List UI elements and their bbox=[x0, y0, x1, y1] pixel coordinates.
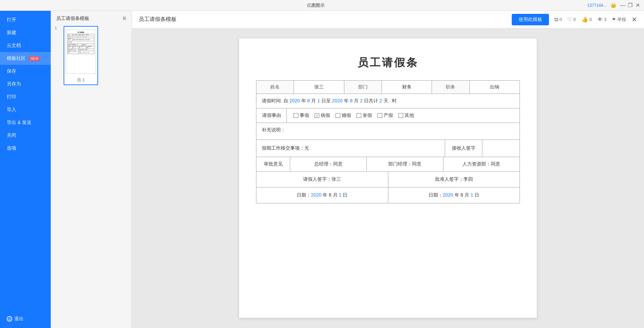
reason-option-sangjia: 丧假 bbox=[356, 112, 372, 119]
copy-count: 0 bbox=[559, 17, 562, 22]
leave-start-month: 8 bbox=[307, 98, 310, 103]
template-title: 员工请假条模板 bbox=[139, 16, 177, 23]
date-left-year: 2020 bbox=[311, 192, 321, 198]
window-buttons: — ❐ ✕ bbox=[620, 3, 640, 8]
close-panel-button[interactable]: ✕ bbox=[631, 16, 637, 23]
thumb-icon: 👍 bbox=[581, 16, 588, 23]
signature-section: 请假人签字：张三 批准人签字：李四 bbox=[256, 172, 520, 187]
eye-stat[interactable]: 👁 3 bbox=[597, 17, 606, 23]
title-bar: 亿图图示 1377144... 👑 — ❐ ✕ bbox=[0, 0, 644, 11]
exit-label: 退出 bbox=[14, 316, 24, 322]
eye-count: 3 bbox=[604, 17, 606, 22]
shijia-checkbox[interactable] bbox=[294, 113, 298, 118]
leave-end-year: 2020 bbox=[332, 98, 343, 103]
save-label: 保存 bbox=[7, 68, 16, 74]
qita-label: 其他 bbox=[405, 112, 414, 119]
vip-icon: 👑 bbox=[611, 3, 616, 8]
approval-ceo: 总经理：同意 bbox=[290, 157, 367, 171]
content-area: 员工请假条模板 使用此模板 ⧉ 0 ♡ 0 👍 0 👁 3 bbox=[132, 11, 644, 328]
handover-receiver-label: 接收人签字 bbox=[445, 140, 482, 157]
heart-icon: ♡ bbox=[567, 16, 572, 23]
date-right-year: 2020 bbox=[443, 192, 453, 198]
leave-end-day: 2 bbox=[360, 98, 363, 103]
close-label: 关闭 bbox=[7, 132, 16, 138]
thumb-stat[interactable]: 👍 0 bbox=[581, 16, 592, 23]
open-label: 打开 bbox=[7, 17, 16, 23]
date-right-day: 1 bbox=[470, 192, 473, 198]
hunjia-checkbox[interactable] bbox=[336, 113, 340, 118]
heart-count: 0 bbox=[573, 17, 576, 22]
maximize-button[interactable]: ❐ bbox=[628, 3, 632, 8]
sidebar-item-open[interactable]: 打开 bbox=[0, 14, 51, 26]
applicant-sig: 请假人签字：张三 bbox=[256, 172, 388, 187]
qita-checkbox[interactable] bbox=[398, 113, 403, 118]
window-close-button[interactable]: ✕ bbox=[635, 3, 640, 8]
use-template-button[interactable]: 使用此模板 bbox=[512, 14, 549, 25]
handover-right: 接收人签字 bbox=[445, 140, 520, 157]
import-label: 导入 bbox=[7, 107, 16, 113]
heart-stat[interactable]: ♡ 0 bbox=[567, 16, 576, 23]
chanjia-checkbox[interactable] bbox=[377, 113, 382, 118]
bingjia-checkbox[interactable]: ✓ bbox=[315, 113, 319, 118]
panel-menu-icon[interactable]: ≡ bbox=[122, 15, 126, 22]
reason-option-qita: 其他 bbox=[398, 112, 414, 119]
page-number-label: 1 bbox=[55, 26, 60, 30]
name-label: 姓名 bbox=[256, 81, 294, 94]
approval-section: 审批意见 总经理：同意 部门经理：同意 人力资源部：同意 bbox=[256, 157, 520, 172]
position-label: 职务 bbox=[432, 81, 469, 94]
sangjia-label: 丧假 bbox=[363, 112, 372, 119]
cloud-label: 云文档 bbox=[7, 43, 21, 49]
sidebar-item-new[interactable]: 新建 bbox=[0, 26, 51, 39]
sidebar-item-cloud[interactable]: 云文档 bbox=[0, 39, 51, 52]
panel-header: 员工请假条模板 ≡ bbox=[53, 15, 129, 26]
dept-value: 财务 bbox=[382, 81, 432, 94]
sidebar: 打开 新建 云文档 模板社区 NEW 保存 另存为 打印 导入 导出 & 发送 … bbox=[0, 11, 51, 328]
sidebar-item-export[interactable]: 导出 & 发送 bbox=[0, 116, 51, 129]
sidebar-item-template[interactable]: 模板社区 NEW bbox=[0, 52, 51, 65]
copy-icon: ⧉ bbox=[554, 17, 558, 23]
exit-item[interactable]: ⊖ 退出 bbox=[0, 312, 51, 325]
date-left: 日期：2020 年 8 月 1 日 bbox=[256, 187, 388, 203]
leave-time-row: 请假时间: 自 2020 年 8 月 1 日至 2020 年 8 月 2 日共计… bbox=[256, 94, 520, 108]
doc-main-title: 员工请假条 bbox=[256, 55, 520, 70]
bingjia-label: 病假 bbox=[321, 112, 330, 119]
exit-icon: ⊖ bbox=[7, 316, 12, 322]
eye-icon: 👁 bbox=[597, 17, 603, 23]
toolbar-right: 使用此模板 ⧉ 0 ♡ 0 👍 0 👁 3 ⚑ bbox=[512, 14, 637, 25]
note-row: 补充说明： bbox=[256, 123, 520, 140]
shijia-label: 事假 bbox=[300, 112, 309, 119]
sidebar-item-import[interactable]: 导入 bbox=[0, 103, 51, 116]
reason-option-chanjia: 产假 bbox=[377, 112, 393, 119]
date-right: 日期：2020 年 8 月 1 日 bbox=[388, 187, 520, 203]
approval-label: 审批意见 bbox=[256, 157, 290, 171]
thumb-count: 0 bbox=[590, 17, 592, 22]
sidebar-item-save-as[interactable]: 另存为 bbox=[0, 78, 51, 91]
sidebar-item-print[interactable]: 打印 bbox=[0, 91, 51, 103]
chanjia-label: 产假 bbox=[384, 112, 393, 119]
reason-option-bingjia: ✓ 病假 bbox=[315, 112, 330, 119]
doc-view: 员工请假条 姓名 张三 部门 财务 职务 出纳 请假时间: 自 2020 年 8… bbox=[132, 28, 644, 328]
report-button[interactable]: ⚑ 举报 bbox=[612, 17, 626, 23]
handover-section: 假期工作移交事项：无 接收人签字 bbox=[256, 140, 520, 157]
user-link[interactable]: 1377144... bbox=[587, 3, 606, 8]
note-label: 补充说明： bbox=[262, 127, 285, 132]
minimize-button[interactable]: — bbox=[620, 3, 625, 8]
flag-icon: ⚑ bbox=[612, 17, 616, 22]
sangjia-checkbox[interactable] bbox=[356, 113, 361, 118]
options-label: 选项 bbox=[7, 145, 16, 151]
sidebar-item-options[interactable]: 选项 bbox=[0, 142, 51, 155]
sidebar-item-save[interactable]: 保存 bbox=[0, 65, 51, 78]
name-value: 张三 bbox=[294, 81, 344, 94]
reason-option-shijia: 事假 bbox=[294, 112, 309, 119]
title-bar-right: 1377144... 👑 — ❐ ✕ bbox=[587, 3, 640, 8]
sidebar-item-close[interactable]: 关闭 bbox=[0, 129, 51, 142]
date-left-day: 1 bbox=[339, 192, 342, 198]
handover-receiver-value bbox=[482, 143, 520, 154]
date-section: 日期：2020 年 8 月 1 日 日期：2020 年 8 月 1 日 bbox=[256, 187, 520, 203]
hunjia-label: 婚假 bbox=[342, 112, 351, 119]
reason-label: 请假事由 bbox=[256, 108, 287, 123]
leave-start-year: 2020 bbox=[290, 98, 300, 103]
page-label: 页-1 bbox=[66, 77, 96, 83]
copy-stat[interactable]: ⧉ 0 bbox=[554, 17, 562, 23]
page-thumbnail[interactable]: 员工请假条 姓名张三部门财务职务出纳 请假时间: 自 2020 年 8 月 1 … bbox=[64, 26, 98, 85]
